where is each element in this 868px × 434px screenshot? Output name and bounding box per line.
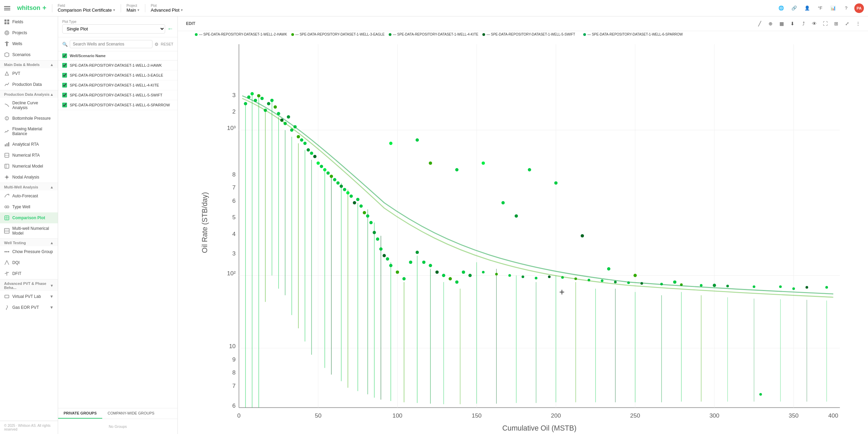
chart-inner[interactable]: Oil Rate (STB/day) Cumulative Oil (MSTB)… xyxy=(178,38,868,434)
line-chart-icon[interactable]: ╱ xyxy=(755,19,764,28)
link-icon[interactable]: 🔗 xyxy=(789,3,799,13)
grid-icon[interactable]: ⊞ xyxy=(832,19,841,28)
sidebar-label-chow-pressure: Chow Pressure Group xyxy=(12,249,53,254)
table-row[interactable]: SPE-DATA-REPOSITORY-DATASET-1-WELL-4-KIT… xyxy=(58,80,177,90)
sidebar-item-dqi[interactable]: DQI xyxy=(0,257,58,268)
plot-dropdown-icon[interactable]: ▾ xyxy=(181,8,183,12)
more-icon[interactable]: ⋮ xyxy=(854,19,863,28)
legend-label-eagle: — SPE-DATA-REPOSITORY-DATASET-1-WELL-3-E… xyxy=(295,32,385,36)
edit-button[interactable]: EDIT xyxy=(183,20,198,27)
svg-point-185 xyxy=(700,284,703,287)
well-checkbox-1[interactable] xyxy=(62,63,67,68)
field-section: Field Comparison Plot Certificate ▾ xyxy=(58,4,115,13)
table-row[interactable]: SPE-DATA-REPOSITORY-DATASET-1-WELL-3-EAG… xyxy=(58,70,177,80)
sidebar-item-production-data[interactable]: Production Data xyxy=(0,79,58,90)
sidebar-item-dfit[interactable]: DFIT xyxy=(0,268,58,279)
help-icon[interactable]: ? xyxy=(841,3,851,13)
sidebar-item-auto-forecast[interactable]: Auto-Forecast xyxy=(0,190,58,201)
reset-button[interactable]: RESET xyxy=(161,42,173,46)
svg-point-188 xyxy=(779,285,782,288)
chart-icon[interactable]: 📊 xyxy=(828,3,838,13)
sidebar-item-virtual-pvt[interactable]: Virtual PVT Lab ▼ xyxy=(0,291,58,302)
download-icon[interactable]: ⬇ xyxy=(788,19,797,28)
sidebar-item-flowing-material[interactable]: Flowing Material Balance xyxy=(0,124,58,139)
filter-icon[interactable]: ⚙ xyxy=(155,42,159,47)
sidebar-item-comparison-plot[interactable]: Comparison Plot xyxy=(0,212,58,223)
well-checkbox-2[interactable] xyxy=(62,73,67,78)
svg-rect-2 xyxy=(4,22,6,24)
sidebar-item-multi-numerical[interactable]: Multi-well Numerical Model xyxy=(0,223,58,238)
svg-point-196 xyxy=(502,201,505,205)
table-icon[interactable]: ▦ xyxy=(777,19,786,28)
svg-rect-3 xyxy=(7,22,9,24)
well-checkbox-3[interactable] xyxy=(62,83,67,88)
section-main-data[interactable]: Main Data & Models ▲ xyxy=(0,60,58,68)
svg-point-158 xyxy=(396,271,399,274)
sidebar-item-pvt[interactable]: PVT xyxy=(0,68,58,79)
crosshair-icon[interactable]: ⊕ xyxy=(766,19,775,28)
multi-numerical-icon xyxy=(4,228,10,234)
sidebar-item-numerical-rta[interactable]: Numerical RTA xyxy=(0,150,58,161)
svg-point-161 xyxy=(416,251,419,254)
sidebar-item-scenarios[interactable]: Scenarios xyxy=(0,49,58,60)
sidebar-item-wells[interactable]: Wells xyxy=(0,38,58,49)
table-row[interactable]: SPE-DATA-REPOSITORY-DATASET-1-WELL-5-SWI… xyxy=(58,90,177,100)
table-row[interactable]: SPE-DATA-REPOSITORY-DATASET-1-WELL-2-HAW… xyxy=(58,61,177,70)
svg-point-144 xyxy=(346,191,350,195)
sidebar-item-analytical-rta[interactable]: Analytical RTA xyxy=(0,139,58,150)
avatar[interactable]: PA xyxy=(854,3,864,13)
temperature-icon[interactable]: °F xyxy=(815,3,825,13)
svg-point-147 xyxy=(356,198,360,201)
tab-private-groups[interactable]: PRIVATE GROUPS xyxy=(58,408,102,419)
chevron-up-icon4: ▲ xyxy=(50,241,54,245)
sidebar-item-decline-curve[interactable]: Decline Curve Analysis xyxy=(0,98,58,113)
table-row[interactable]: SPE-DATA-REPOSITORY-DATASET-1-WELL-6-SPA… xyxy=(58,100,177,110)
account-icon[interactable]: 👤 xyxy=(802,3,812,13)
numerical-model-icon xyxy=(4,163,10,169)
globe-icon[interactable]: 🌐 xyxy=(776,3,786,13)
sidebar-item-chow-pressure[interactable]: Chow Pressure Group xyxy=(0,246,58,257)
well-name-3: SPE-DATA-REPOSITORY-DATASET-1-WELL-4-KIT… xyxy=(70,83,159,87)
field-dropdown-icon[interactable]: ▾ xyxy=(113,8,115,12)
plot-type-section: Plot Type Single Plot Comparison Plot ← xyxy=(58,16,177,37)
section-well-testing[interactable]: Well Testing ▲ xyxy=(0,238,58,246)
plot-type-select[interactable]: Single Plot Comparison Plot xyxy=(62,24,165,34)
section-multi-well[interactable]: Multi-Well Analysis ▲ xyxy=(0,183,58,190)
well-checkbox-4[interactable] xyxy=(62,93,67,97)
fullscreen-icon[interactable]: ⤢ xyxy=(843,19,852,28)
sidebar-item-nodal[interactable]: Nodal Analysis xyxy=(0,172,58,183)
svg-point-175 xyxy=(548,275,551,278)
visibility-icon[interactable]: 👁 xyxy=(810,19,819,28)
svg-rect-7 xyxy=(5,42,9,43)
sidebar-item-projects[interactable]: Projects xyxy=(0,27,58,38)
search-input[interactable] xyxy=(70,40,152,48)
svg-point-141 xyxy=(336,181,340,185)
section-production-analysis[interactable]: Production Data Analysis ▲ xyxy=(0,90,58,98)
tab-company-groups[interactable]: COMPANY-WIDE GROUPS xyxy=(102,408,160,419)
sidebar-item-fields[interactable]: Fields xyxy=(0,16,58,27)
sidebar-footer: © 2025 · Whitson AS. All rights reserved xyxy=(0,421,58,434)
well-checkbox-5[interactable] xyxy=(62,103,67,107)
field-label: Field xyxy=(58,4,115,8)
svg-point-168 xyxy=(462,271,465,274)
svg-text:2: 2 xyxy=(232,108,236,115)
sidebar-item-type-well[interactable]: Type Well xyxy=(0,201,58,212)
sidebar-item-gas-eor[interactable]: Gas EOR PVT ▼ xyxy=(0,302,58,313)
separator2 xyxy=(121,4,121,12)
separator3 xyxy=(145,4,145,12)
select-all-checkbox[interactable] xyxy=(62,53,67,58)
chart-area: EDIT ╱ ⊕ ▦ ⬇ ⤴ 👁 ⛶ ⊞ ⤢ ⋮ — SPE-DATA-REPO… xyxy=(178,16,868,434)
sidebar-item-numerical-model[interactable]: Numerical Model xyxy=(0,161,58,172)
sidebar-label-scenarios: Scenarios xyxy=(12,52,30,57)
svg-point-180 xyxy=(614,281,617,284)
search-icon[interactable]: 🔍 xyxy=(62,42,68,47)
expand-icon[interactable]: ⛶ xyxy=(821,19,830,28)
share-icon[interactable]: ⤴ xyxy=(799,19,808,28)
svg-point-151 xyxy=(369,221,373,224)
sidebar-item-bottomhole[interactable]: Bottomhole Pressure xyxy=(0,113,58,124)
svg-text:150: 150 xyxy=(472,412,482,419)
section-advanced-pvt[interactable]: Advanced PVT & Phase Beha... ▼ xyxy=(0,279,58,291)
hamburger-icon[interactable] xyxy=(4,6,10,10)
back-button[interactable]: ← xyxy=(167,25,173,32)
project-dropdown-icon[interactable]: ▾ xyxy=(137,8,139,12)
